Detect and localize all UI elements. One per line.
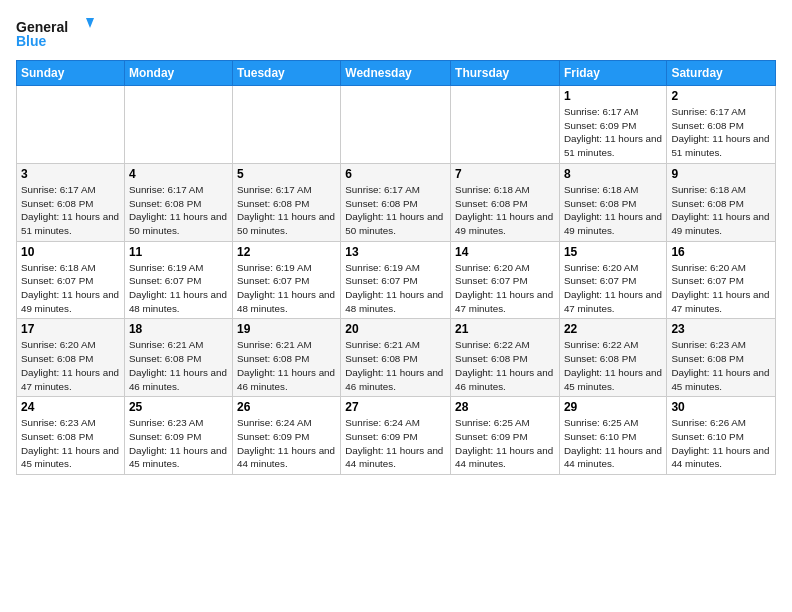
calendar-cell: 17Sunrise: 6:20 AM Sunset: 6:08 PM Dayli… — [17, 319, 125, 397]
day-info: Sunrise: 6:18 AM Sunset: 6:08 PM Dayligh… — [455, 183, 555, 238]
day-number: 7 — [455, 167, 555, 181]
day-info: Sunrise: 6:24 AM Sunset: 6:09 PM Dayligh… — [345, 416, 446, 471]
day-number: 18 — [129, 322, 228, 336]
calendar-cell: 25Sunrise: 6:23 AM Sunset: 6:09 PM Dayli… — [124, 397, 232, 475]
calendar-cell: 26Sunrise: 6:24 AM Sunset: 6:09 PM Dayli… — [232, 397, 340, 475]
day-number: 12 — [237, 245, 336, 259]
day-info: Sunrise: 6:24 AM Sunset: 6:09 PM Dayligh… — [237, 416, 336, 471]
day-number: 23 — [671, 322, 771, 336]
calendar-week-row: 24Sunrise: 6:23 AM Sunset: 6:08 PM Dayli… — [17, 397, 776, 475]
day-number: 26 — [237, 400, 336, 414]
day-number: 13 — [345, 245, 446, 259]
day-info: Sunrise: 6:17 AM Sunset: 6:08 PM Dayligh… — [237, 183, 336, 238]
day-number: 28 — [455, 400, 555, 414]
day-number: 16 — [671, 245, 771, 259]
calendar-cell: 3Sunrise: 6:17 AM Sunset: 6:08 PM Daylig… — [17, 163, 125, 241]
day-number: 4 — [129, 167, 228, 181]
day-number: 25 — [129, 400, 228, 414]
calendar-cell: 28Sunrise: 6:25 AM Sunset: 6:09 PM Dayli… — [451, 397, 560, 475]
svg-text:Blue: Blue — [16, 33, 47, 49]
day-info: Sunrise: 6:21 AM Sunset: 6:08 PM Dayligh… — [345, 338, 446, 393]
day-number: 15 — [564, 245, 662, 259]
day-info: Sunrise: 6:23 AM Sunset: 6:08 PM Dayligh… — [21, 416, 120, 471]
weekday-header: Wednesday — [341, 61, 451, 86]
day-info: Sunrise: 6:18 AM Sunset: 6:07 PM Dayligh… — [21, 261, 120, 316]
day-number: 11 — [129, 245, 228, 259]
calendar-cell: 11Sunrise: 6:19 AM Sunset: 6:07 PM Dayli… — [124, 241, 232, 319]
day-number: 1 — [564, 89, 662, 103]
page-header: GeneralBlue — [16, 16, 776, 52]
day-info: Sunrise: 6:19 AM Sunset: 6:07 PM Dayligh… — [345, 261, 446, 316]
weekday-header: Friday — [559, 61, 666, 86]
day-number: 21 — [455, 322, 555, 336]
calendar-cell: 29Sunrise: 6:25 AM Sunset: 6:10 PM Dayli… — [559, 397, 666, 475]
calendar-week-row: 3Sunrise: 6:17 AM Sunset: 6:08 PM Daylig… — [17, 163, 776, 241]
day-number: 19 — [237, 322, 336, 336]
calendar-cell: 1Sunrise: 6:17 AM Sunset: 6:09 PM Daylig… — [559, 86, 666, 164]
calendar-week-row: 10Sunrise: 6:18 AM Sunset: 6:07 PM Dayli… — [17, 241, 776, 319]
day-number: 17 — [21, 322, 120, 336]
day-info: Sunrise: 6:17 AM Sunset: 6:09 PM Dayligh… — [564, 105, 662, 160]
day-info: Sunrise: 6:22 AM Sunset: 6:08 PM Dayligh… — [564, 338, 662, 393]
calendar-cell: 18Sunrise: 6:21 AM Sunset: 6:08 PM Dayli… — [124, 319, 232, 397]
calendar-cell: 14Sunrise: 6:20 AM Sunset: 6:07 PM Dayli… — [451, 241, 560, 319]
day-info: Sunrise: 6:20 AM Sunset: 6:08 PM Dayligh… — [21, 338, 120, 393]
calendar-cell: 19Sunrise: 6:21 AM Sunset: 6:08 PM Dayli… — [232, 319, 340, 397]
weekday-header: Sunday — [17, 61, 125, 86]
day-number: 20 — [345, 322, 446, 336]
calendar-cell: 6Sunrise: 6:17 AM Sunset: 6:08 PM Daylig… — [341, 163, 451, 241]
calendar-cell — [232, 86, 340, 164]
calendar-week-row: 17Sunrise: 6:20 AM Sunset: 6:08 PM Dayli… — [17, 319, 776, 397]
logo: GeneralBlue — [16, 16, 96, 52]
day-info: Sunrise: 6:20 AM Sunset: 6:07 PM Dayligh… — [671, 261, 771, 316]
day-info: Sunrise: 6:20 AM Sunset: 6:07 PM Dayligh… — [564, 261, 662, 316]
calendar-cell: 10Sunrise: 6:18 AM Sunset: 6:07 PM Dayli… — [17, 241, 125, 319]
day-info: Sunrise: 6:19 AM Sunset: 6:07 PM Dayligh… — [237, 261, 336, 316]
day-number: 14 — [455, 245, 555, 259]
calendar-cell: 13Sunrise: 6:19 AM Sunset: 6:07 PM Dayli… — [341, 241, 451, 319]
day-number: 2 — [671, 89, 771, 103]
day-number: 29 — [564, 400, 662, 414]
calendar-cell: 21Sunrise: 6:22 AM Sunset: 6:08 PM Dayli… — [451, 319, 560, 397]
day-number: 5 — [237, 167, 336, 181]
weekday-header: Monday — [124, 61, 232, 86]
day-info: Sunrise: 6:19 AM Sunset: 6:07 PM Dayligh… — [129, 261, 228, 316]
weekday-header-row: SundayMondayTuesdayWednesdayThursdayFrid… — [17, 61, 776, 86]
calendar-cell: 22Sunrise: 6:22 AM Sunset: 6:08 PM Dayli… — [559, 319, 666, 397]
day-number: 24 — [21, 400, 120, 414]
calendar-cell: 24Sunrise: 6:23 AM Sunset: 6:08 PM Dayli… — [17, 397, 125, 475]
day-info: Sunrise: 6:26 AM Sunset: 6:10 PM Dayligh… — [671, 416, 771, 471]
calendar-cell: 30Sunrise: 6:26 AM Sunset: 6:10 PM Dayli… — [667, 397, 776, 475]
day-info: Sunrise: 6:23 AM Sunset: 6:09 PM Dayligh… — [129, 416, 228, 471]
day-number: 10 — [21, 245, 120, 259]
logo-svg: GeneralBlue — [16, 16, 96, 52]
calendar-cell: 7Sunrise: 6:18 AM Sunset: 6:08 PM Daylig… — [451, 163, 560, 241]
calendar-cell: 2Sunrise: 6:17 AM Sunset: 6:08 PM Daylig… — [667, 86, 776, 164]
calendar-cell: 16Sunrise: 6:20 AM Sunset: 6:07 PM Dayli… — [667, 241, 776, 319]
day-info: Sunrise: 6:18 AM Sunset: 6:08 PM Dayligh… — [671, 183, 771, 238]
calendar-cell: 15Sunrise: 6:20 AM Sunset: 6:07 PM Dayli… — [559, 241, 666, 319]
calendar-cell: 27Sunrise: 6:24 AM Sunset: 6:09 PM Dayli… — [341, 397, 451, 475]
day-number: 27 — [345, 400, 446, 414]
calendar-cell: 12Sunrise: 6:19 AM Sunset: 6:07 PM Dayli… — [232, 241, 340, 319]
day-info: Sunrise: 6:23 AM Sunset: 6:08 PM Dayligh… — [671, 338, 771, 393]
weekday-header: Saturday — [667, 61, 776, 86]
day-number: 6 — [345, 167, 446, 181]
calendar-table: SundayMondayTuesdayWednesdayThursdayFrid… — [16, 60, 776, 475]
calendar-cell: 4Sunrise: 6:17 AM Sunset: 6:08 PM Daylig… — [124, 163, 232, 241]
day-number: 9 — [671, 167, 771, 181]
day-info: Sunrise: 6:22 AM Sunset: 6:08 PM Dayligh… — [455, 338, 555, 393]
weekday-header: Tuesday — [232, 61, 340, 86]
day-number: 30 — [671, 400, 771, 414]
day-info: Sunrise: 6:17 AM Sunset: 6:08 PM Dayligh… — [129, 183, 228, 238]
calendar-cell: 20Sunrise: 6:21 AM Sunset: 6:08 PM Dayli… — [341, 319, 451, 397]
calendar-cell — [451, 86, 560, 164]
day-info: Sunrise: 6:17 AM Sunset: 6:08 PM Dayligh… — [671, 105, 771, 160]
calendar-cell: 9Sunrise: 6:18 AM Sunset: 6:08 PM Daylig… — [667, 163, 776, 241]
calendar-week-row: 1Sunrise: 6:17 AM Sunset: 6:09 PM Daylig… — [17, 86, 776, 164]
day-number: 8 — [564, 167, 662, 181]
day-info: Sunrise: 6:18 AM Sunset: 6:08 PM Dayligh… — [564, 183, 662, 238]
calendar-cell — [124, 86, 232, 164]
day-info: Sunrise: 6:21 AM Sunset: 6:08 PM Dayligh… — [237, 338, 336, 393]
day-info: Sunrise: 6:25 AM Sunset: 6:09 PM Dayligh… — [455, 416, 555, 471]
